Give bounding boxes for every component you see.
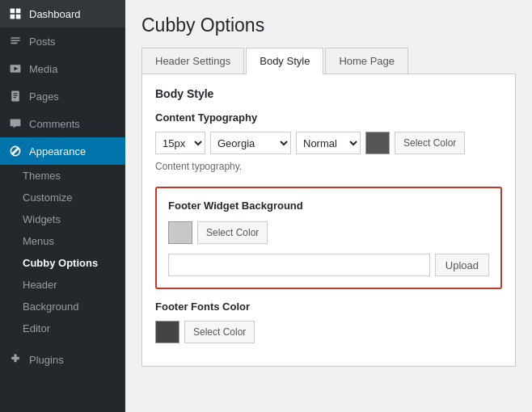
content-typography-label: Content Typography — [155, 111, 502, 124]
footer-fonts-label: Footer Fonts Color — [155, 301, 502, 313]
footer-fonts-color-swatch[interactable] — [155, 321, 179, 343]
footer-fonts-select-color-button[interactable]: Select Color — [184, 321, 255, 343]
sidebar-item-media[interactable]: Media — [0, 55, 125, 82]
sidebar-item-pages-label: Pages — [29, 90, 59, 103]
pages-icon — [8, 89, 23, 103]
svg-rect-3 — [16, 15, 21, 19]
content-typography-color-swatch[interactable] — [365, 132, 390, 154]
dashboard-icon — [8, 6, 23, 21]
plugins-icon — [8, 352, 23, 367]
sidebar-subitem-customize[interactable]: Customize — [0, 187, 125, 208]
footer-widget-upload-input[interactable] — [168, 254, 430, 276]
sidebar-subitem-cubby-options[interactable]: Cubby Options — [0, 252, 125, 274]
font-style-select[interactable]: Normal Bold Italic Bold Italic — [296, 132, 361, 154]
footer-widget-select-color-button[interactable]: Select Color — [197, 221, 268, 244]
sidebar-item-pages[interactable]: Pages — [0, 82, 125, 110]
sidebar-subitem-menus[interactable]: Menus — [0, 230, 125, 252]
sidebar-item-plugins[interactable]: Plugins — [0, 346, 125, 373]
footer-widget-color-swatch[interactable] — [168, 221, 192, 244]
sidebar-item-posts-label: Posts — [29, 36, 56, 48]
font-family-select[interactable]: Georgia Arial Helvetica Times New Roman … — [210, 132, 291, 154]
media-icon — [8, 61, 23, 76]
footer-widget-upload-row: Upload — [168, 254, 489, 276]
panel-body-style: Body Style Content Typography 10px 12px … — [141, 74, 516, 367]
content-typography-hint: Content typography. — [155, 161, 502, 172]
page-title: Cubby Options — [141, 15, 516, 36]
content-typography-section: Content Typography 10px 12px 13px 14px 1… — [155, 111, 502, 172]
sidebar-item-dashboard[interactable]: Dashboard — [0, 0, 125, 27]
font-size-select[interactable]: 10px 12px 13px 14px 15px 16px 18px 20px — [155, 132, 205, 154]
sidebar-item-plugins-label: Plugins — [29, 354, 64, 366]
sidebar-item-dashboard-label: Dashboard — [29, 8, 81, 20]
tab-home-page[interactable]: Home Page — [325, 48, 408, 74]
footer-widget-upload-button[interactable]: Upload — [435, 254, 489, 276]
footer-widget-title: Footer Widget Background — [168, 200, 489, 212]
sidebar-subitem-widgets[interactable]: Widgets — [0, 208, 125, 230]
comments-icon — [8, 116, 23, 131]
appearance-icon — [8, 144, 23, 158]
sidebar-item-comments[interactable]: Comments — [0, 110, 125, 137]
svg-rect-6 — [11, 91, 19, 102]
tab-body-style[interactable]: Body Style — [246, 48, 323, 74]
footer-widget-color-row: Select Color — [168, 221, 489, 244]
sidebar-subitem-background[interactable]: Background — [0, 296, 125, 317]
svg-rect-2 — [11, 15, 15, 19]
tabs-bar: Header Settings Body Style Home Page — [141, 48, 516, 74]
typography-row: 10px 12px 13px 14px 15px 16px 18px 20px … — [155, 132, 502, 154]
main-content: Cubby Options Header Settings Body Style… — [125, 0, 532, 412]
panel-title: Body Style — [155, 87, 502, 100]
sidebar-item-appearance-label: Appearance — [29, 145, 86, 158]
tab-header-settings[interactable]: Header Settings — [141, 48, 244, 74]
sidebar-subitem-themes[interactable]: Themes — [0, 165, 125, 187]
footer-widget-background-section: Footer Widget Background Select Color Up… — [155, 187, 502, 289]
sidebar-item-appearance[interactable]: Appearance — [0, 137, 125, 165]
footer-fonts-color-section: Footer Fonts Color Select Color — [155, 301, 502, 343]
sidebar-subitem-editor[interactable]: Editor — [0, 317, 125, 339]
sidebar-item-media-label: Media — [29, 63, 57, 75]
footer-fonts-color-row: Select Color — [155, 321, 502, 343]
sidebar-item-comments-label: Comments — [29, 118, 80, 130]
svg-rect-0 — [11, 9, 15, 14]
posts-icon — [8, 34, 23, 48]
svg-rect-1 — [16, 9, 21, 14]
sidebar-subitem-header[interactable]: Header — [0, 274, 125, 296]
sidebar-item-posts[interactable]: Posts — [0, 27, 125, 55]
sidebar: Dashboard Posts Media Pages Comments App… — [0, 0, 125, 412]
content-typography-select-color-button[interactable]: Select Color — [395, 132, 465, 154]
